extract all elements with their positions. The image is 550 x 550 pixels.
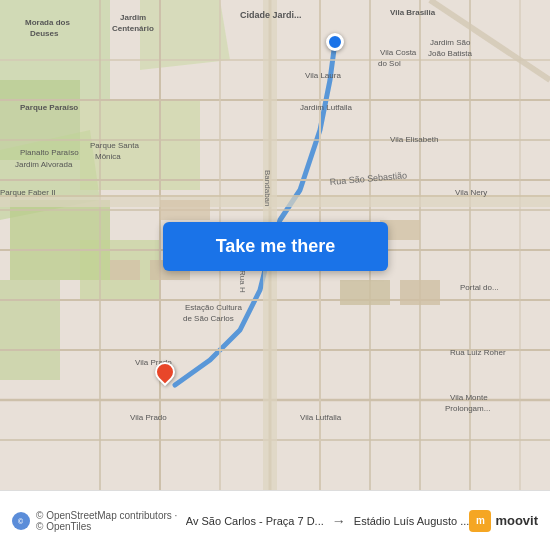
- destination-pin: [151, 358, 179, 386]
- svg-text:Vila Monte: Vila Monte: [450, 393, 488, 402]
- svg-text:Vila Prado: Vila Prado: [130, 413, 167, 422]
- svg-text:Deuses: Deuses: [30, 29, 59, 38]
- moovit-icon: m: [469, 510, 491, 532]
- svg-text:Portal do...: Portal do...: [460, 283, 499, 292]
- svg-text:Planalto Paraíso: Planalto Paraíso: [20, 148, 79, 157]
- map-container: Rua São Sebastião Rua H Bandaban Morada …: [0, 0, 550, 490]
- svg-text:Vila Costa: Vila Costa: [380, 48, 417, 57]
- arrow-icon: →: [332, 513, 346, 529]
- origin-marker: [326, 33, 344, 51]
- svg-text:Prolongam...: Prolongam...: [445, 404, 490, 413]
- svg-text:Jardim: Jardim: [120, 13, 146, 22]
- origin-dot: [326, 33, 344, 51]
- svg-rect-67: [340, 280, 390, 305]
- take-me-there-button[interactable]: Take me there: [163, 222, 388, 271]
- svg-text:João Batista: João Batista: [428, 49, 473, 58]
- attribution-text: © OpenStreetMap contributors · © OpenTil…: [36, 510, 186, 532]
- svg-text:Jardim Lutfalla: Jardim Lutfalla: [300, 103, 353, 112]
- svg-text:Jardim São: Jardim São: [430, 38, 471, 47]
- svg-text:Parque Paraíso: Parque Paraíso: [20, 103, 78, 112]
- svg-text:Parque Santa: Parque Santa: [90, 141, 139, 150]
- svg-text:Centenário: Centenário: [112, 24, 154, 33]
- svg-text:de São Carlos: de São Carlos: [183, 314, 234, 323]
- svg-rect-8: [0, 280, 60, 380]
- svg-text:Vila Elisabeth: Vila Elisabeth: [390, 135, 438, 144]
- moovit-text: moovit: [495, 513, 538, 528]
- moovit-logo[interactable]: m moovit: [469, 510, 538, 532]
- from-location: Av São Carlos - Praça 7 D...: [186, 515, 324, 527]
- svg-text:Rua Luiz Roher: Rua Luiz Roher: [450, 348, 506, 357]
- to-location: Estádio Luís Augusto ...: [354, 515, 470, 527]
- svg-text:Morada dos: Morada dos: [25, 18, 70, 27]
- osm-logo: ©: [12, 512, 30, 530]
- svg-text:Parque Faber II: Parque Faber II: [0, 188, 56, 197]
- bottom-bar: © © OpenStreetMap contributors · © OpenT…: [0, 490, 550, 550]
- svg-text:Vila Nery: Vila Nery: [455, 188, 487, 197]
- svg-rect-69: [160, 200, 210, 220]
- destination-marker: [155, 362, 175, 382]
- svg-text:Rua H: Rua H: [238, 270, 247, 293]
- svg-text:©: ©: [18, 518, 24, 525]
- svg-rect-68: [400, 280, 440, 305]
- svg-text:Vila Brasília: Vila Brasília: [390, 8, 436, 17]
- svg-text:Vila Laura: Vila Laura: [305, 71, 341, 80]
- svg-text:Bandaban: Bandaban: [263, 170, 272, 206]
- svg-text:Cidade Jardi...: Cidade Jardi...: [240, 10, 302, 20]
- attribution-section: © © OpenStreetMap contributors · © OpenT…: [12, 510, 186, 532]
- svg-text:Mônica: Mônica: [95, 152, 121, 161]
- svg-rect-63: [110, 260, 140, 280]
- svg-text:Vila Lutfalla: Vila Lutfalla: [300, 413, 342, 422]
- svg-text:Estação Cultura: Estação Cultura: [185, 303, 242, 312]
- svg-text:do Sol: do Sol: [378, 59, 401, 68]
- svg-text:Jardim Alvorada: Jardim Alvorada: [15, 160, 73, 169]
- route-info: Av São Carlos - Praça 7 D... → Estádio L…: [186, 513, 470, 529]
